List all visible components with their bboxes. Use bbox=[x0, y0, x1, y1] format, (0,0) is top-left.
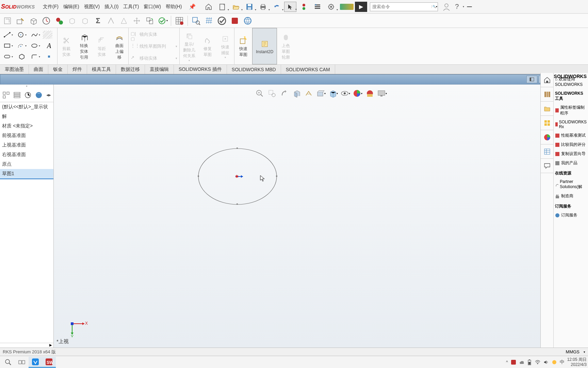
status-units[interactable]: MMGS bbox=[566, 349, 579, 354]
user-icon[interactable] bbox=[442, 2, 451, 11]
menu-window[interactable]: 窗口(W) bbox=[142, 2, 163, 11]
qt-sketch-icon[interactable] bbox=[14, 15, 27, 27]
linear-pattern-button[interactable]: ⋮⋮线性草图阵列▾ bbox=[130, 42, 178, 50]
settings-icon[interactable]: ▾ bbox=[325, 2, 337, 12]
minimize-button[interactable]: ─ bbox=[467, 3, 472, 11]
tab-sketch-ink[interactable]: 草图油墨 bbox=[0, 65, 29, 74]
zoom-area-icon[interactable] bbox=[266, 88, 277, 99]
manufacturers[interactable]: 制造商 bbox=[555, 191, 587, 201]
ime-indicator[interactable]: 中 bbox=[560, 359, 565, 365]
move-entity-button[interactable]: ↗移动实体▾ bbox=[130, 54, 178, 62]
tree-material[interactable]: 材质 <未指定> bbox=[0, 121, 53, 131]
tray-wifi-icon[interactable] bbox=[535, 360, 541, 365]
menu-insert[interactable]: 插入(I) bbox=[102, 2, 120, 11]
viewport[interactable]: ▾ ▾ ▾ ▾ ▾ ✱ bbox=[54, 85, 588, 348]
shade-sketch-button[interactable]: 上色 草图 轮廓 bbox=[277, 28, 295, 64]
config-tab-icon[interactable] bbox=[24, 91, 32, 99]
rect-tool[interactable]: ▾ bbox=[2, 41, 14, 50]
open-icon[interactable]: ▾ bbox=[230, 2, 242, 12]
surface-offset-button[interactable]: 曲面 上偏 移 bbox=[111, 28, 128, 64]
home-icon[interactable] bbox=[202, 2, 215, 12]
undo-icon[interactable]: ▾ bbox=[271, 2, 283, 12]
menu-view[interactable]: 视图(V) bbox=[82, 2, 102, 11]
qt-verify-icon[interactable] bbox=[216, 15, 228, 27]
qt-grid-icon[interactable] bbox=[203, 15, 215, 27]
qt-move-icon[interactable] bbox=[131, 15, 143, 27]
design-lib-tab-icon[interactable] bbox=[541, 87, 553, 102]
custom-props-tab-icon[interactable] bbox=[541, 144, 553, 159]
appearance-tab-icon[interactable] bbox=[35, 91, 44, 99]
qt-corner-icon[interactable] bbox=[144, 15, 156, 27]
select-icon[interactable]: ▾ bbox=[284, 2, 296, 12]
solidworks-rx[interactable]: SOLIDWORKS Rx bbox=[555, 118, 587, 131]
qt-red-icon[interactable] bbox=[229, 15, 241, 27]
tab-surface[interactable]: 曲面 bbox=[29, 65, 48, 74]
text-tool[interactable]: A bbox=[43, 41, 55, 50]
point-tool[interactable] bbox=[43, 52, 55, 61]
fillet-tool[interactable]: ▾ bbox=[29, 52, 42, 61]
display-style-icon[interactable]: ▾ bbox=[328, 88, 339, 99]
search-dropdown-icon[interactable]: 🔍▾ bbox=[431, 5, 438, 8]
prev-view-icon[interactable] bbox=[279, 88, 290, 99]
home-tab-icon[interactable] bbox=[541, 73, 553, 87]
partner-solutions[interactable]: Partner Solutions(解 bbox=[555, 178, 587, 191]
dock-left-button[interactable] bbox=[526, 76, 537, 83]
qt-measure-icon[interactable] bbox=[40, 15, 52, 27]
view-triad[interactable]: X Y bbox=[67, 317, 88, 337]
forward-icon[interactable]: ▶ bbox=[355, 2, 367, 12]
tab-mold-tools[interactable]: 模具工具 bbox=[87, 65, 116, 74]
search-box[interactable]: 🔍▾ bbox=[370, 2, 438, 11]
tree-sketch1[interactable]: 草图1 bbox=[0, 169, 53, 179]
view-orient-icon[interactable]: ▾ bbox=[315, 88, 326, 99]
rapid-sketch-button[interactable]: 快速 草图 bbox=[234, 28, 252, 64]
tab-sw-mbd[interactable]: SOLIDWORKS MBD bbox=[227, 65, 281, 74]
qt-globe-icon[interactable] bbox=[242, 15, 254, 27]
clock[interactable]: 12:05 周日 2022/4/3 bbox=[567, 357, 587, 367]
spline-tool[interactable]: ▾ bbox=[29, 30, 42, 40]
copy-settings-wizard[interactable]: 复制设置向导 bbox=[555, 149, 587, 158]
options-icon[interactable] bbox=[311, 2, 324, 12]
tray-onedrive-icon[interactable] bbox=[519, 359, 524, 365]
arc-tool[interactable]: ▾ bbox=[16, 41, 28, 50]
qt-axis-icon[interactable] bbox=[105, 15, 117, 27]
tray-volume-icon[interactable] bbox=[543, 359, 549, 365]
menu-tools[interactable]: 工具(T) bbox=[121, 2, 141, 11]
section-view-icon[interactable] bbox=[291, 88, 302, 99]
save-icon[interactable]: ▾ bbox=[243, 2, 256, 12]
file-explorer-tab-icon[interactable] bbox=[541, 102, 553, 116]
qt-sigma-icon[interactable]: Σ bbox=[92, 15, 104, 27]
pin-icon[interactable]: 📌 bbox=[189, 3, 196, 10]
qt-cube2-icon[interactable] bbox=[79, 15, 91, 27]
slot-tool[interactable]: ▾ bbox=[2, 52, 14, 61]
menu-help[interactable]: 帮助(H) bbox=[164, 2, 184, 11]
qt-cube1-icon[interactable] bbox=[66, 15, 78, 27]
menu-file[interactable]: 文件(F) bbox=[41, 2, 61, 11]
view-palette-tab-icon[interactable] bbox=[541, 116, 553, 130]
tray-sync-icon[interactable] bbox=[552, 359, 557, 365]
show-delete-button[interactable]: 显示/ 删除几 何关系▾ bbox=[180, 28, 199, 64]
qt-table-icon[interactable] bbox=[173, 15, 185, 27]
tree-origin[interactable]: 原点 bbox=[0, 159, 53, 169]
ellipse-tool[interactable]: ▾ bbox=[29, 41, 42, 50]
tray-battery-icon[interactable] bbox=[527, 359, 532, 365]
subscription-services[interactable]: 订阅服务 bbox=[555, 211, 587, 220]
hide-show-icon[interactable]: ▾ bbox=[340, 88, 351, 99]
property-tab-builder[interactable]: 属性标签编制程序 bbox=[555, 103, 587, 118]
tab-data-migration[interactable]: 数据迁移 bbox=[116, 65, 145, 74]
circle-tool[interactable]: ▾ bbox=[16, 30, 28, 40]
mirror-button[interactable]: ▢|▢镜向实体 bbox=[130, 30, 178, 39]
polygon-tool[interactable] bbox=[16, 52, 28, 61]
scene-icon[interactable] bbox=[364, 88, 375, 99]
qt-check-icon[interactable]: ▾ bbox=[157, 15, 169, 27]
smart-dim-tool[interactable] bbox=[43, 31, 52, 39]
appearance-icon[interactable]: ▾ bbox=[352, 88, 363, 99]
quick-snap-button[interactable]: 快速 捕捉▾ bbox=[216, 28, 234, 64]
tab-sw-addins[interactable]: SOLIDWORKS 插件 bbox=[174, 65, 227, 74]
tray-sw-icon[interactable] bbox=[511, 359, 516, 365]
tab-sw-cam[interactable]: SOLIDWORKS CAM bbox=[281, 65, 335, 74]
equal-offset-button[interactable]: 等距 实体 bbox=[93, 28, 111, 64]
qt-zoom-icon[interactable] bbox=[190, 15, 202, 27]
property-tab-icon[interactable] bbox=[13, 91, 21, 99]
tree-right-plane[interactable]: 右视基准面 bbox=[0, 150, 53, 159]
tree-top-plane[interactable]: 上视基准面 bbox=[0, 140, 53, 150]
